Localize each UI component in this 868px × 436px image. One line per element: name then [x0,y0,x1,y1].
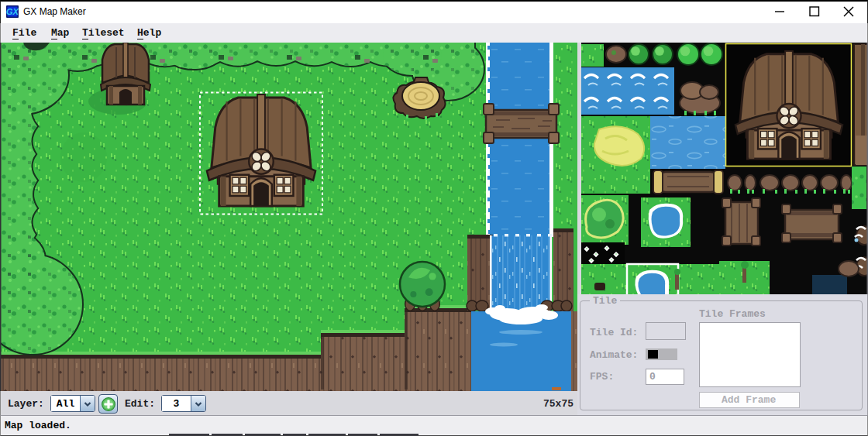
svg-text:GX: GX [6,7,19,16]
